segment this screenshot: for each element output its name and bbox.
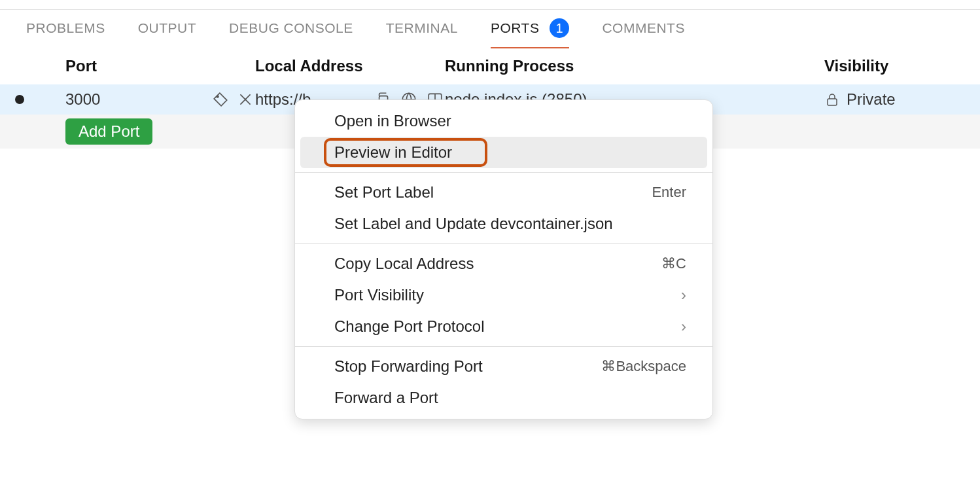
tab-debug-console[interactable]: DEBUG CONSOLE: [229, 11, 353, 46]
ctx-divider: [295, 243, 712, 244]
header-running-process: Running Process: [445, 57, 824, 75]
tab-output[interactable]: OUTPUT: [138, 11, 196, 46]
port-number: 3000: [65, 90, 205, 109]
ctx-set-port-label-label: Set Port Label: [334, 183, 434, 202]
ctx-copy-local-address[interactable]: Copy Local Address ⌘C: [295, 248, 712, 279]
ctx-stop-forwarding-label: Stop Forwarding Port: [334, 357, 483, 376]
ctx-stop-forwarding[interactable]: Stop Forwarding Port ⌘Backspace: [295, 351, 712, 382]
ctx-change-port-protocol-label: Change Port Protocol: [334, 317, 484, 336]
ctx-divider: [295, 172, 712, 173]
tab-ports[interactable]: PORTS 1: [491, 9, 569, 48]
tab-terminal[interactable]: TERMINAL: [386, 11, 458, 46]
table-headers: Port Local Address Running Process Visib…: [0, 48, 980, 84]
header-visibility: Visibility: [824, 57, 980, 75]
ctx-set-label-update[interactable]: Set Label and Update devcontainer.json: [295, 208, 712, 240]
ctx-preview-in-editor-label: Preview in Editor: [334, 143, 452, 162]
ctx-divider: [295, 346, 712, 347]
ctx-port-visibility[interactable]: Port Visibility ›: [295, 279, 712, 311]
svg-point-0: [217, 96, 219, 98]
ctx-port-visibility-label: Port Visibility: [334, 286, 424, 304]
chevron-right-icon: ›: [681, 317, 686, 336]
add-port-button[interactable]: Add Port: [65, 118, 152, 145]
lock-icon: [824, 90, 840, 109]
ctx-open-in-browser-label: Open in Browser: [334, 112, 451, 130]
panel-tabs: PROBLEMS OUTPUT DEBUG CONSOLE TERMINAL P…: [0, 10, 980, 48]
chevron-right-icon: ›: [681, 286, 686, 304]
ctx-change-port-protocol[interactable]: Change Port Protocol ›: [295, 311, 712, 342]
tab-comments[interactable]: COMMENTS: [602, 11, 685, 46]
svg-rect-4: [828, 99, 837, 105]
ctx-copy-local-address-label: Copy Local Address: [334, 255, 474, 273]
top-divider: [0, 0, 980, 10]
header-port: Port: [65, 57, 255, 75]
tab-ports-label: PORTS: [491, 20, 539, 36]
ctx-forward-a-port[interactable]: Forward a Port: [295, 382, 712, 414]
ctx-forward-a-port-label: Forward a Port: [334, 389, 438, 407]
ctx-open-in-browser[interactable]: Open in Browser: [295, 105, 712, 137]
context-menu: Open in Browser Preview in Editor Set Po…: [294, 99, 713, 419]
ctx-copy-local-address-shortcut: ⌘C: [661, 255, 686, 272]
tab-problems[interactable]: PROBLEMS: [26, 11, 105, 46]
close-icon[interactable]: [236, 90, 255, 109]
ctx-stop-forwarding-shortcut: ⌘Backspace: [601, 358, 686, 375]
header-local-address: Local Address: [255, 57, 445, 75]
ctx-set-label-update-label: Set Label and Update devcontainer.json: [334, 215, 613, 233]
ctx-set-port-label-shortcut: Enter: [652, 184, 686, 201]
label-icon[interactable]: [211, 90, 230, 109]
ctx-set-port-label[interactable]: Set Port Label Enter: [295, 177, 712, 208]
port-status-indicator: [0, 95, 39, 104]
ports-count-badge: 1: [550, 18, 569, 38]
visibility-text: Private: [847, 90, 896, 109]
ctx-preview-in-editor[interactable]: Preview in Editor: [300, 137, 707, 168]
